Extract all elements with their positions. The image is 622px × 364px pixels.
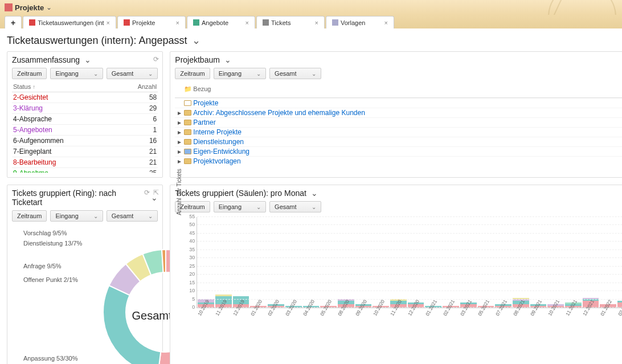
col-count[interactable]: Anzahl [116,81,158,92]
summary-row[interactable]: 2-Gesichtet58 [12,92,158,103]
tab-tickets[interactable]: Tickets × [256,16,325,28]
expand-icon[interactable]: ▸ [175,109,184,117]
panel-summary: ⟳ Zusammenfassung⌄ Zeitraum Eingang⌄ Ges… [7,51,163,178]
ring-label-offener: Offener Punkt 2/1% [23,276,78,283]
filter-zeitraum[interactable]: Zeitraum [12,210,47,222]
tree-label[interactable]: Projekte [193,99,622,107]
refresh-icon[interactable]: ⟳ [153,55,159,63]
folder-icon [184,119,191,126]
app-icon [5,3,13,11]
close-icon[interactable]: × [384,19,388,26]
filter-zeitraum[interactable]: Zeitraum [12,68,47,79]
tab-icon [29,19,35,26]
sort-asc-icon: ↑ [32,84,35,90]
panel-title[interactable]: Tickets gruppiert (Säulen): pro Monat⌄ [175,189,622,198]
tab-label: Ticketauswertungen (int [38,19,104,26]
summary-table: Status ↑ Anzahl 2-Gesichtet583-Klärung29… [12,81,158,173]
panel-title[interactable]: Projektbaum⌄ [175,55,622,64]
folder-icon [184,109,191,116]
col-status[interactable]: Status ↑ [12,81,116,92]
tree-label[interactable]: Projektvorlagen [193,157,622,165]
tree-row[interactable]: ▸ Projektvorlagen 5 05:00h [175,156,622,166]
filter-gesamt[interactable]: Gesamt⌄ [107,68,158,79]
bar-chart: 0510152025303540455055 [197,217,622,308]
refresh-icon[interactable]: ⟳ [144,189,150,197]
tree-label[interactable]: Eigen-Entwicklung [193,148,622,156]
tab-label: Projekte [132,19,155,26]
summary-row[interactable]: 8-Bearbeitung21 [12,157,158,168]
filter-eingang[interactable]: Eingang⌄ [214,68,266,79]
expand-icon[interactable]: ▸ [175,128,184,136]
tree-row[interactable]: ▸ Interne Projekte 6 02:00h [175,127,622,137]
page-title: Ticketauswertungen (intern): Angepasst ⌄ [7,34,615,47]
panel-projektbaum: ⟳ Projektbaum⌄ Zeitraum Eingang⌄ Gesamt⌄… [170,51,622,178]
tree-row[interactable]: ▸ Dienstleistungen 1.706 04:00h [175,137,622,146]
folder-icon [184,148,191,155]
folder-icon [184,158,191,165]
tree-label[interactable]: Partner [193,118,622,126]
close-icon[interactable]: × [176,19,179,26]
close-icon[interactable]: × [107,19,110,26]
filter-eingang[interactable]: Eingang⌄ [50,210,103,222]
bar-ylabel: Anzahl der Tickets [176,152,182,232]
filter-zeitraum[interactable]: Zeitraum [175,68,210,79]
page-title-text: Ticketauswertungen (intern): Angepasst [7,35,187,47]
ring-label-dienstleistung: Dienstleistung 13/7% [23,240,82,247]
filter-eingang[interactable]: Eingang⌄ [50,68,103,79]
filter-gesamt[interactable]: Gesamt⌄ [107,210,158,222]
panel-ring: ⟳⇱ Tickets gruppiert (Ring): nach Ticket… [7,185,163,364]
tab-ticketauswertungen[interactable]: Ticketauswertungen (int × [23,16,116,28]
expand-icon[interactable]: ▸ [175,138,184,146]
tab-label: Vorlagen [341,19,365,26]
tree-label[interactable]: Interne Projekte [193,128,622,136]
ring-label-anpassung: Anpassung 53/30% [23,355,77,362]
filter-eingang[interactable]: Eingang⌄ [214,201,266,212]
tab-icon [193,19,199,26]
summary-row[interactable]: 6-Aufgenommen16 [12,136,158,146]
panel-title[interactable]: Zusammenfassung⌄ [12,55,158,64]
filter-gesamt[interactable]: Gesamt⌄ [269,68,321,79]
tree-row[interactable]: ▸ Archiv: Abgeschlossene Projekte und eh… [175,108,622,117]
app-title: Projekte [15,3,44,12]
col-bezug[interactable]: Bezug [193,85,622,92]
summary-row[interactable]: 7-Eingeplant21 [12,146,158,157]
panel-bars: ⟳⇱ Tickets gruppiert (Säulen): pro Monat… [170,185,622,364]
tab-projekte[interactable]: Projekte × [117,16,186,28]
tree-row[interactable]: Projekte 2.350 1103:30h [175,98,622,108]
tab-icon [332,19,338,26]
summary-row[interactable]: 9-Abnahme25 [12,168,158,173]
summary-row[interactable]: 3-Klärung29 [12,103,158,114]
tab-angebote[interactable]: Angebote × [187,16,255,28]
app-titlebar: Projekte ⌄ [0,0,622,15]
tab-icon [263,19,269,26]
close-icon[interactable]: × [245,19,249,26]
folder-icon [184,129,191,136]
page-title-chevron[interactable]: ⌄ [192,34,200,47]
ring-label-vorschlag: Vorschlag 9/5% [23,230,67,236]
app-menu-chevron[interactable]: ⌄ [46,3,52,11]
tree-row[interactable]: ▸ Eigen-Entwicklung 201 00:00h [175,146,622,156]
folder-icon: 📁 [184,85,193,93]
tab-add[interactable]: + [5,16,22,28]
filter-gesamt[interactable]: Gesamt⌄ [269,201,321,212]
summary-row[interactable]: 5-Angeboten1 [12,125,158,136]
tree-label[interactable]: Archiv: Abgeschlossene Projekte und ehem… [193,109,622,117]
summary-row[interactable]: 4-Absprache6 [12,114,158,125]
tab-strip: + Ticketauswertungen (int × Projekte × A… [0,15,622,28]
tab-label: Tickets [271,19,290,26]
panel-title[interactable]: Tickets gruppiert (Ring): nach Ticketart… [12,189,158,207]
close-icon[interactable]: × [315,19,318,26]
ring-label-anfrage: Anfrage 9/5% [23,263,62,269]
folder-icon [184,138,191,145]
tree-label[interactable]: Dienstleistungen [193,138,622,146]
tab-vorlagen[interactable]: Vorlagen × [326,16,394,28]
ring-segment[interactable] [103,285,161,364]
expand-icon[interactable]: ▸ [175,118,184,126]
folder-icon [184,100,191,107]
tab-icon [124,19,130,26]
tree-row[interactable]: ▸ Partner 112 00:00h [175,117,622,127]
export-icon[interactable]: ⇱ [153,189,159,197]
tab-label: Angebote [202,19,228,26]
